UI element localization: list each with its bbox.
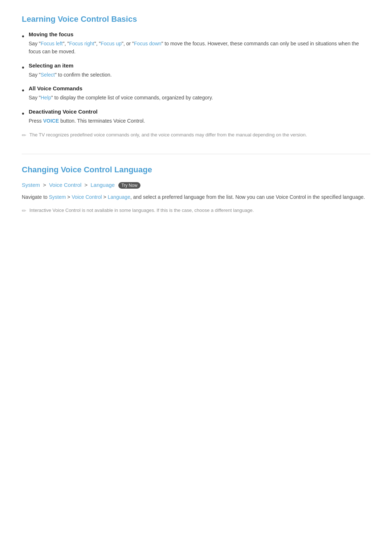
list-item-selecting: • Selecting an item Say "Select" to conf…	[22, 62, 370, 79]
list-item-deactivating: • Deactivating Voice Control Press VOICE…	[22, 108, 370, 125]
moving-focus-body: Say "Focus left", "Focus right", "Focus …	[29, 40, 370, 56]
voice-button-label: VOICE	[43, 118, 59, 124]
help-link[interactable]: Help	[41, 95, 51, 100]
all-commands-title: All Voice Commands	[29, 85, 370, 91]
try-now-badge[interactable]: Try Now	[118, 182, 140, 189]
breadcrumb-system[interactable]: System	[22, 182, 40, 188]
section1-title: Learning Voice Control Basics	[22, 15, 370, 24]
selecting-body: Say "Select" to confirm the selection.	[29, 71, 370, 79]
deactivating-body: Press VOICE button. This terminates Voic…	[29, 117, 370, 125]
focus-up-link[interactable]: Focus up	[101, 41, 122, 46]
breadcrumb-sep2: >	[85, 182, 89, 188]
all-commands-body: Say "Help" to display the complete list …	[29, 94, 370, 102]
section-divider	[22, 154, 370, 154]
selecting-title: Selecting an item	[29, 62, 370, 69]
navigate-voice-control[interactable]: Voice Control	[72, 194, 102, 200]
section2-note-text: Interactive Voice Control is not availab…	[29, 207, 254, 214]
select-link[interactable]: Select	[41, 72, 55, 78]
bullet-icon: •	[22, 62, 24, 73]
moving-focus-title: Moving the focus	[29, 31, 370, 37]
breadcrumb-voice-control[interactable]: Voice Control	[49, 182, 81, 188]
section-learning-voice-control: Learning Voice Control Basics • Moving t…	[22, 15, 370, 139]
note-icon: ✏	[22, 131, 26, 140]
deactivating-title: Deactivating Voice Control	[29, 108, 370, 115]
section1-note: ✏ The TV recognizes predefined voice com…	[22, 131, 370, 140]
breadcrumb-language[interactable]: Language	[90, 182, 115, 188]
bullet-icon: •	[22, 85, 24, 95]
section1-note-text: The TV recognizes predefined voice comma…	[29, 131, 307, 139]
list-item-moving-focus: • Moving the focus Say "Focus left", "Fo…	[22, 31, 370, 56]
list-item-content: All Voice Commands Say "Help" to display…	[29, 85, 370, 102]
bullet-icon: •	[22, 108, 24, 119]
focus-left-link[interactable]: Focus left	[41, 41, 63, 46]
list-item-content: Moving the focus Say "Focus left", "Focu…	[29, 31, 370, 56]
note-icon: ✏	[22, 207, 26, 215]
focus-down-link[interactable]: Focus down	[134, 41, 161, 46]
navigate-system[interactable]: System	[49, 194, 66, 200]
breadcrumb-sep1: >	[43, 182, 48, 188]
section2-note: ✏ Interactive Voice Control is not avail…	[22, 207, 370, 215]
navigate-language[interactable]: Language	[108, 194, 130, 200]
bullet-icon: •	[22, 31, 24, 41]
list-item-all-commands: • All Voice Commands Say "Help" to displ…	[22, 85, 370, 102]
section2-body: Navigate to System > Voice Control > Lan…	[22, 193, 370, 202]
list-item-content: Selecting an item Say "Select" to confir…	[29, 62, 370, 79]
breadcrumb: System > Voice Control > Language Try No…	[22, 182, 370, 189]
section2-title: Changing Voice Control Language	[22, 165, 370, 175]
focus-right-link[interactable]: Focus right	[69, 41, 94, 46]
list-item-content: Deactivating Voice Control Press VOICE b…	[29, 108, 370, 125]
section-changing-language: Changing Voice Control Language System >…	[22, 165, 370, 215]
